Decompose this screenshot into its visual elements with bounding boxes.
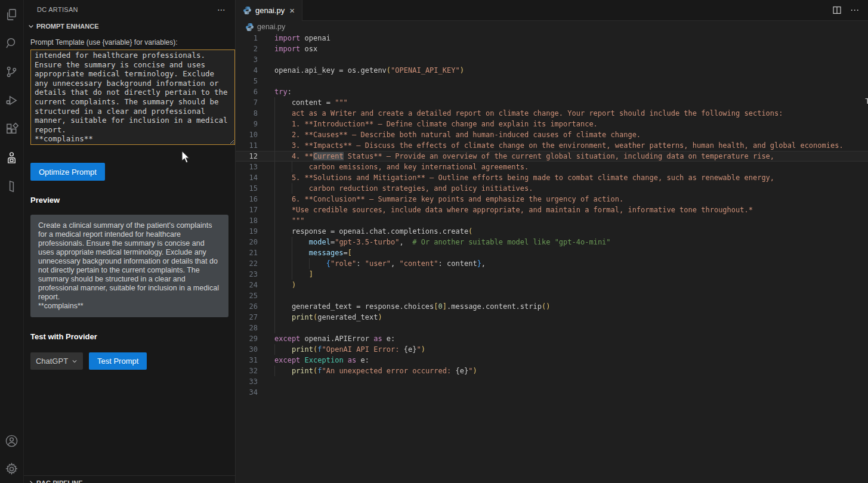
code-line[interactable]: 28 [236,323,868,333]
code-line[interactable]: 32 print(f"An unexpected error occurred:… [236,366,868,376]
tab-close-icon[interactable]: × [288,6,296,15]
line-number: 3 [236,54,258,65]
line-number: 24 [236,280,258,290]
indent-guide [292,237,292,247]
code-line[interactable]: 17 *Use credible sources, include data w… [236,205,868,215]
prompt-template-input[interactable]: intended for healthcare professionals. E… [30,49,235,145]
code-line[interactable]: 19 response = openai.chat.completions.cr… [236,226,868,237]
indent-guide [292,183,292,194]
line-number: 22 [236,258,258,269]
breadcrumb-item-file[interactable]: genai.py [257,23,285,31]
indent-guide [274,140,275,151]
preview-box: Create a clinical summary of the patient… [30,215,228,317]
indent-guide [274,290,275,301]
line-number: 8 [236,108,258,119]
indent-guide [274,172,275,183]
code-line[interactable]: 13 carbon emissions, and key internation… [236,162,868,172]
code-line[interactable]: 5 [236,76,868,86]
python-file-icon [245,23,254,32]
tab-genai-py[interactable]: genai.py × [236,0,302,21]
line-number: 7 [236,97,258,108]
section-prompt-enhance[interactable]: PROMPT ENHANCE [24,19,235,33]
dc-artisan-icon[interactable] [0,143,24,172]
split-editor-icon[interactable] [832,5,842,15]
indent-guide [274,301,275,312]
line-number: 1 [236,33,258,44]
code-line[interactable]: 8 act as a Writer and create a detailed … [236,108,868,119]
code-line[interactable]: 24 ) [236,280,868,290]
line-number: 34 [236,387,258,398]
code-line[interactable]: 20 model="gpt-3.5-turbo", # Or another s… [236,237,868,247]
section-rag-pipeline-label: RAG PIPELINE [36,479,83,483]
code-line[interactable]: 10 2. **Causes** — Describe both natural… [236,129,868,140]
indent-guide [274,162,275,172]
source-control-icon[interactable] [0,57,24,86]
indent-guide [274,215,275,226]
editor-group: genai.py × ⋯ genai.py 1import openai2imp… [236,0,868,483]
extensions-icon[interactable] [0,114,24,143]
tab-bar: genai.py × ⋯ [236,0,868,21]
code-line[interactable]: 2import osx [236,44,868,54]
notebook-icon[interactable] [0,172,24,200]
indent-guide [274,97,275,108]
code-line[interactable]: 31except Exception as e: [236,355,868,366]
line-number: 12 [236,151,258,162]
code-line[interactable]: 16 6. **Conclusion** — Summarize key poi… [236,194,868,205]
section-rag-pipeline[interactable]: RAG PIPELINE [24,475,235,483]
code-line[interactable]: 26 generated_text = response.choices[0].… [236,301,868,312]
tab-bar-empty [302,0,824,21]
code-editor[interactable]: 1import openai2import osx34openai.api_ke… [236,33,868,483]
provider-select[interactable]: ChatGPT [30,352,83,370]
indent-guide [274,183,275,194]
code-line[interactable]: 4openai.api_key = os.getenv("OPENAI_API_… [236,65,868,76]
code-line[interactable]: 12 4. **Current Status** — Provide an ov… [236,151,868,162]
code-line[interactable]: 29except openai.APIError as e: [236,333,868,344]
code-line[interactable]: 27 print(generated_text) [236,312,868,323]
explorer-icon[interactable] [0,0,24,29]
code-line[interactable]: 15 carbon reduction strategies, and poli… [236,183,868,194]
search-icon[interactable] [0,29,24,57]
line-number: 33 [236,376,258,387]
code-line[interactable]: 11 3. **Impacts** — Discuss the effects … [236,140,868,151]
code-line[interactable]: 21 messages=[ [236,247,868,258]
code-line[interactable]: 1import openai [236,33,868,44]
settings-gear-icon[interactable] [0,455,24,483]
indent-guide [274,323,275,333]
code-line[interactable]: 22 {"role": "user", "content": content}, [236,258,868,269]
indent-guide [292,162,292,172]
line-number: 28 [236,323,258,333]
line-number: 5 [236,76,258,86]
editor-more-actions-icon[interactable]: ⋯ [850,5,860,16]
sidebar-more-actions-icon[interactable]: ⋯ [215,5,228,14]
indent-guide [292,269,292,280]
code-line[interactable]: 9 1. **Introduction** — Define climate c… [236,119,868,129]
code-line[interactable]: 18 """ [236,215,868,226]
preview-heading: Preview [30,196,228,205]
line-number: 23 [236,269,258,280]
code-line[interactable]: 33 [236,376,868,387]
overflow-text: T [865,96,868,107]
code-line[interactable]: 30 print(f"OpenAI API Error: {e}") [236,344,868,355]
optimize-prompt-button[interactable]: Optimize Prompt [30,163,105,181]
code-line[interactable]: 23 ] [236,269,868,280]
code-line[interactable]: 7 content = """ [236,97,868,108]
chevron-down-icon [72,358,78,364]
code-line[interactable]: 6try: [236,86,868,97]
code-line[interactable]: 34 [236,387,868,398]
account-icon[interactable] [0,427,24,455]
line-number: 10 [236,129,258,140]
code-line[interactable]: 25 [236,290,868,301]
tab-label: genai.py [255,6,285,15]
prompt-template-label: Prompt Template (use {variable} for vari… [30,38,228,47]
code-line[interactable]: 3 [236,54,868,65]
python-file-icon [243,6,252,15]
line-number: 19 [236,226,258,237]
line-number: 6 [236,86,258,97]
sidebar-title: DC ARTISAN [37,6,215,13]
code-line[interactable]: 14 5. **Solutions and Mitigation** — Out… [236,172,868,183]
indent-guide [274,226,275,237]
indent-guide [274,344,275,355]
breadcrumb[interactable]: genai.py [236,21,868,33]
run-debug-icon[interactable] [0,86,24,114]
test-prompt-button[interactable]: Test Prompt [89,352,147,370]
